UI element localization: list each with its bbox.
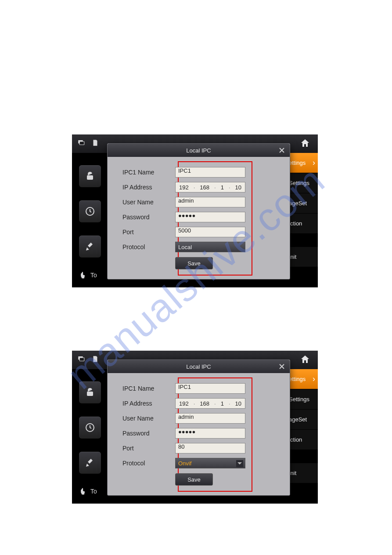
sidemenu-item-init[interactable]: Init — [286, 247, 318, 267]
sd-card-icon[interactable] — [90, 139, 100, 149]
sidemenu-item-action[interactable]: iction — [286, 214, 318, 234]
ip-octet-2[interactable]: 168 — [200, 184, 209, 191]
sidemenu-item-imageset[interactable]: ageSet — [286, 410, 318, 430]
save-button[interactable]: Save — [175, 473, 213, 486]
touch-button[interactable]: To — [79, 271, 110, 279]
password-input[interactable]: ●●●●● — [175, 212, 245, 222]
protocol-value: Onvif — [178, 460, 191, 467]
unlock-button[interactable] — [79, 381, 101, 403]
ipc-form: IPC1 Name IPC1 IP Address 192· 168· 1· 1… — [122, 165, 276, 269]
clean-button[interactable] — [79, 236, 101, 258]
svg-rect-5 — [79, 358, 84, 361]
monitor-icon[interactable] — [76, 139, 86, 149]
unlock-button[interactable] — [79, 165, 101, 187]
sidemenu-item-active[interactable]: ettings — [286, 369, 318, 389]
close-icon[interactable] — [277, 146, 286, 155]
ip-input[interactable]: 192· 168· 1· 10 — [175, 398, 245, 409]
label-port: Port — [122, 445, 175, 452]
sidemenu-item-action[interactable]: iction — [286, 430, 318, 450]
touch-label: To — [88, 272, 97, 279]
port-input[interactable]: 5000 — [175, 227, 245, 237]
label-ip: IP Address — [122, 400, 175, 407]
sidemenu-item-settings[interactable]: Settings — [286, 389, 318, 410]
sidemenu-item-init[interactable]: Init — [286, 463, 318, 483]
name-input[interactable]: IPC1 — [175, 383, 245, 394]
device-screenshot-1: To ettings Settings ageSet iction Init L… — [72, 134, 318, 287]
ip-octet-4[interactable]: 10 — [235, 400, 241, 407]
label-name: IPC1 Name — [122, 385, 175, 392]
user-input[interactable]: admin — [175, 413, 245, 424]
sidemenu-item-active[interactable]: ettings — [286, 153, 318, 173]
port-input[interactable]: 80 — [175, 443, 245, 453]
close-icon[interactable] — [277, 362, 286, 371]
left-sidebar: To — [79, 381, 110, 496]
svg-rect-2 — [87, 175, 93, 180]
touch-label: To — [88, 488, 97, 495]
dialog-title-text: Local IPC — [186, 363, 211, 370]
home-button[interactable] — [298, 137, 312, 149]
label-pass: Password — [122, 430, 175, 437]
sidemenu-item-imageset[interactable]: ageSet — [286, 193, 318, 214]
ip-octet-3[interactable]: 1 — [221, 184, 224, 191]
ip-octet-2[interactable]: 168 — [200, 400, 209, 407]
dialog-titlebar: Local IPC — [108, 144, 290, 157]
ip-octet-3[interactable]: 1 — [221, 400, 224, 407]
sidemenu-item-settings[interactable]: Settings — [286, 173, 318, 193]
label-user: User Name — [122, 199, 175, 206]
dialog-titlebar: Local IPC — [108, 360, 290, 373]
dialog-title-text: Local IPC — [186, 147, 211, 154]
ip-input[interactable]: 192· 168· 1· 10 — [175, 182, 245, 192]
local-ipc-dialog: Local IPC IPC1 Name IPC1 IP Address 192·… — [107, 143, 290, 279]
local-ipc-dialog: Local IPC IPC1 Name IPC1 IP Address 192·… — [107, 359, 290, 496]
home-button[interactable] — [298, 353, 312, 366]
right-side-menu: ettings Settings ageSet iction Init — [286, 369, 318, 483]
device-screenshot-2: To ettings Settings ageSet iction Init L… — [72, 351, 318, 504]
password-input[interactable]: ●●●●● — [175, 428, 245, 439]
monitor-icon[interactable] — [76, 355, 86, 365]
ip-octet-1[interactable]: 192 — [179, 400, 189, 407]
protocol-select[interactable]: Onvif — [175, 458, 245, 468]
user-input[interactable]: admin — [175, 197, 245, 207]
svg-rect-6 — [87, 392, 93, 396]
ipc-form: IPC1 Name IPC1 IP Address 192· 168· 1· 1… — [122, 381, 276, 486]
sd-card-icon[interactable] — [90, 355, 100, 365]
label-proto: Protocol — [122, 243, 175, 250]
label-name: IPC1 Name — [122, 169, 175, 176]
label-pass: Password — [122, 214, 175, 221]
chevron-down-icon[interactable] — [236, 460, 243, 467]
ip-octet-1[interactable]: 192 — [179, 184, 189, 191]
touch-button[interactable]: To — [79, 487, 110, 496]
right-side-menu: ettings Settings ageSet iction Init — [286, 153, 318, 267]
protocol-value: Local — [178, 244, 192, 250]
label-port: Port — [122, 229, 175, 236]
save-button[interactable]: Save — [175, 257, 213, 269]
clock-button[interactable] — [79, 200, 101, 222]
clean-button[interactable] — [79, 452, 101, 474]
left-sidebar: To — [79, 165, 110, 279]
label-user: User Name — [122, 415, 175, 422]
clock-button[interactable] — [79, 417, 101, 439]
svg-rect-1 — [79, 141, 84, 145]
protocol-select[interactable]: Local — [175, 242, 245, 252]
label-proto: Protocol — [122, 460, 175, 467]
ip-octet-4[interactable]: 10 — [235, 184, 241, 191]
name-input[interactable]: IPC1 — [175, 167, 245, 178]
label-ip: IP Address — [122, 184, 175, 191]
